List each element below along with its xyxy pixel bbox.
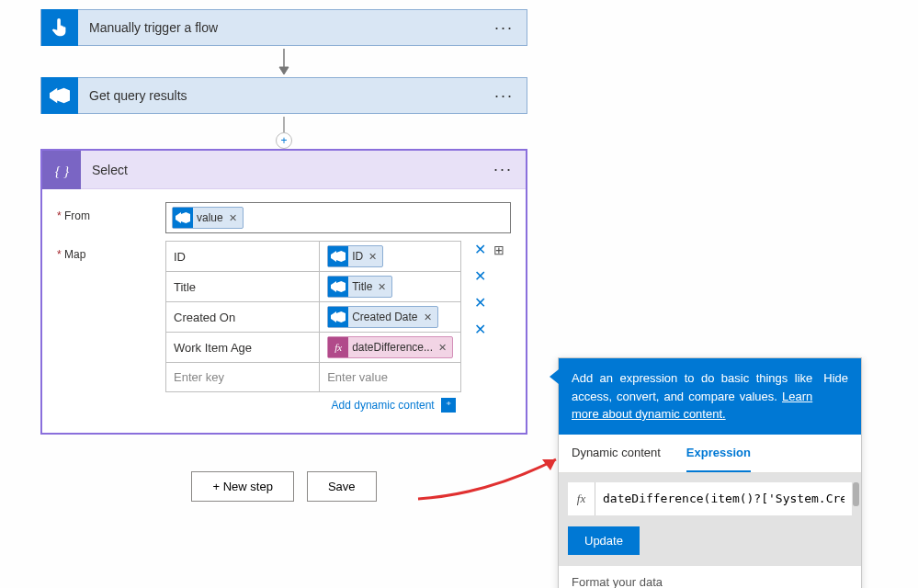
fx-icon: fx — [328, 337, 348, 357]
map-label: * Map — [57, 241, 165, 418]
map-value-token[interactable]: Created Date ✕ — [327, 306, 437, 328]
map-key-input[interactable]: Title — [166, 272, 320, 302]
map-table: ID ID ✕ Title — [165, 241, 461, 392]
trigger-step-title: Manually trigger a flow — [78, 20, 482, 35]
map-value-input[interactable]: ID ✕ — [320, 242, 461, 272]
table-row: Work Item Age fx dateDifference... ✕ — [166, 333, 461, 363]
tab-expression[interactable]: Expression — [686, 435, 751, 472]
remove-token-icon[interactable]: ✕ — [438, 342, 447, 354]
map-value-token[interactable]: Title ✕ — [327, 276, 392, 298]
from-input[interactable]: value ✕ — [165, 202, 511, 233]
panel-banner-text: Add an expression to do basic things lik… — [572, 369, 812, 424]
map-value-token-expression[interactable]: fx dateDifference... ✕ — [327, 336, 453, 358]
azure-devops-icon — [41, 77, 78, 114]
svg-marker-1 — [279, 67, 289, 74]
from-label: * From — [57, 202, 165, 233]
fx-icon: fx — [568, 482, 595, 515]
remove-token-icon[interactable]: ✕ — [378, 281, 386, 293]
query-step-title: Get query results — [78, 88, 482, 103]
map-value-input[interactable]: Enter value — [320, 363, 461, 392]
svg-text:{ }: { } — [55, 163, 70, 177]
azure-devops-icon — [173, 208, 193, 228]
delete-row-icon[interactable]: ✕ — [474, 322, 486, 337]
remove-token-icon[interactable]: ✕ — [229, 212, 237, 224]
remove-token-icon[interactable]: ✕ — [424, 311, 432, 323]
save-button[interactable]: Save — [307, 471, 377, 502]
select-step-title: Select — [81, 163, 481, 177]
map-value-input[interactable]: Title ✕ — [320, 272, 461, 302]
add-step-button[interactable]: + — [276, 132, 292, 149]
svg-marker-4 — [542, 459, 556, 470]
add-dynamic-content-link[interactable]: Add dynamic content — [332, 399, 435, 412]
trigger-step[interactable]: Manually trigger a flow ··· — [40, 9, 527, 46]
delete-row-icon[interactable]: ✕ — [474, 295, 486, 311]
trigger-step-menu[interactable]: ··· — [482, 18, 527, 38]
azure-devops-icon — [328, 246, 348, 266]
map-key-input[interactable]: Created On — [166, 302, 320, 333]
select-step-header[interactable]: { } Select ··· — [42, 151, 526, 189]
new-step-button[interactable]: + New step — [191, 471, 293, 502]
hide-panel-button[interactable]: Hide — [823, 369, 848, 424]
map-key-input[interactable]: ID — [166, 242, 320, 272]
table-row: ID ID ✕ — [166, 242, 461, 272]
map-key-input[interactable]: Work Item Age — [166, 333, 320, 363]
table-row: Enter key Enter value — [166, 363, 461, 392]
map-key-input[interactable]: Enter key — [166, 363, 320, 392]
query-step-menu[interactable]: ··· — [482, 86, 527, 106]
azure-devops-icon — [328, 277, 348, 297]
scrollbar[interactable] — [852, 473, 859, 566]
table-row: Created On Created Date ✕ — [166, 302, 461, 333]
dynamic-content-badge-icon[interactable]: ⁺ — [441, 398, 456, 413]
expression-input[interactable] — [595, 482, 852, 515]
expression-panel: Add an expression to do basic things lik… — [558, 357, 862, 588]
flow-arrow: + — [40, 114, 527, 140]
switch-mode-icon[interactable]: ⊞ — [493, 243, 504, 257]
update-button[interactable]: Update — [568, 526, 640, 555]
tab-dynamic-content[interactable]: Dynamic content — [572, 435, 661, 472]
flow-arrow — [40, 46, 527, 77]
select-step: { } Select ··· * From value ✕ — [40, 149, 527, 435]
format-data-header: Format your data — [559, 566, 861, 589]
from-token[interactable]: value ✕ — [172, 207, 244, 229]
delete-row-icon[interactable]: ✕ — [474, 268, 486, 284]
scrollbar-thumb[interactable] — [853, 482, 859, 506]
delete-row-icon[interactable]: ✕ — [474, 242, 486, 257]
touch-icon — [41, 9, 78, 46]
map-value-token[interactable]: ID ✕ — [327, 245, 383, 267]
remove-token-icon[interactable]: ✕ — [368, 251, 377, 263]
callout-arrow-icon — [550, 369, 559, 384]
map-value-input[interactable]: Created Date ✕ — [320, 302, 461, 333]
azure-devops-icon — [328, 307, 348, 327]
select-step-menu[interactable]: ··· — [481, 160, 526, 179]
query-step[interactable]: Get query results ··· — [40, 77, 527, 114]
map-value-input[interactable]: fx dateDifference... ✕ — [320, 333, 461, 363]
select-icon: { } — [42, 151, 81, 189]
table-row: Title Title ✕ — [166, 272, 461, 302]
